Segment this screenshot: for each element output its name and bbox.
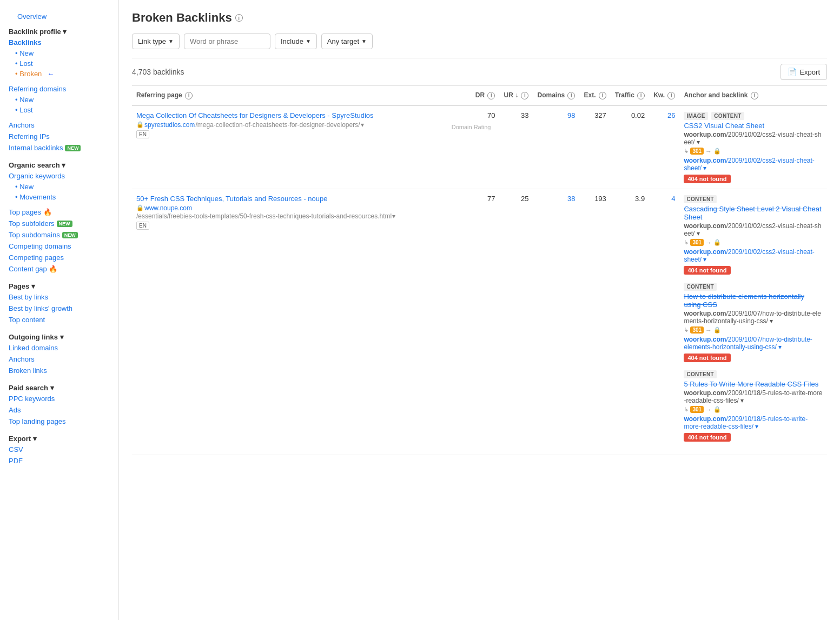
sidebar-item-competing-domains[interactable]: Competing domains — [0, 241, 118, 252]
redirect-url-link[interactable]: woorkup.com/2009/10/18/5-rules-to-write-… — [684, 415, 823, 430]
link-type-filter[interactable]: Link type ▼ — [132, 34, 180, 49]
sidebar-subitem-referring-lost[interactable]: • Lost — [0, 105, 118, 115]
sidebar-item-backlinks[interactable]: Backlinks — [0, 37, 118, 48]
anchor-tags: CONTENT — [684, 370, 823, 378]
traffic-info-icon[interactable]: i — [637, 92, 645, 99]
anchor-entry: CONTENT How to distribute elements horiz… — [684, 282, 823, 362]
col-kw: Kw. i — [649, 86, 679, 105]
sidebar-item-internal-backlinks[interactable]: Internal backlinks NEW — [0, 142, 118, 154]
redirect-url-link[interactable]: woorkup.com/2009/10/07/how-to-distribute… — [684, 336, 823, 351]
referring-page-link[interactable]: Mega Collection Of Cheatsheets for Desig… — [136, 111, 439, 119]
sidebar-item-top-landing-pages[interactable]: Top landing pages — [0, 416, 118, 427]
kw-cell: 26 — [649, 105, 679, 189]
sidebar-item-top-content[interactable]: Top content — [0, 314, 118, 325]
ext-cell: 193 — [579, 189, 610, 455]
col-ur: UR ↓ i — [499, 86, 533, 105]
include-filter[interactable]: Include ▼ — [275, 34, 317, 49]
sidebar-item-top-pages[interactable]: Top pages 🔥 — [0, 206, 118, 218]
sidebar-subitem-referring-new[interactable]: • New — [0, 95, 118, 105]
domains-info-icon[interactable]: i — [567, 92, 575, 99]
sidebar-item-best-by-links[interactable]: Best by links — [0, 291, 118, 303]
sidebar-item-best-by-links-growth[interactable]: Best by links' growth — [0, 303, 118, 314]
title-info-icon[interactable]: i — [235, 14, 243, 22]
any-target-filter[interactable]: Any target ▼ — [321, 34, 373, 49]
tag-content: CONTENT — [684, 283, 716, 291]
new-badge-subfolders: NEW — [57, 221, 72, 227]
sidebar-item-linked-domains[interactable]: Linked domains — [0, 342, 118, 354]
ext-info-icon[interactable]: i — [599, 92, 606, 99]
sidebar-overview[interactable]: Overview — [9, 11, 110, 22]
domain-link[interactable]: www.noupe.com — [144, 204, 192, 212]
kw-cell: 4 — [649, 189, 679, 455]
sidebar-item-ads[interactable]: Ads — [0, 404, 118, 416]
col-ext: Ext. i — [579, 86, 610, 105]
sidebar-item-pdf[interactable]: PDF — [0, 455, 118, 466]
redirect-url-link[interactable]: woorkup.com/2009/10/02/css2-visual-cheat… — [684, 157, 823, 172]
export-button[interactable]: 📄 Export — [781, 64, 827, 80]
sidebar-subitem-backlinks-new[interactable]: • New — [0, 48, 118, 58]
referring-page-link[interactable]: 50+ Fresh CSS Techniques, Tutorials and … — [136, 195, 439, 203]
sidebar-item-referring-domains[interactable]: Referring domains — [0, 83, 118, 95]
referring-page-info-icon[interactable]: i — [185, 92, 193, 99]
ur-cell: 25 — [499, 189, 533, 455]
anchor-cell: IMAGE CONTENT CSS2 Visual Cheat Sheet wo… — [679, 105, 827, 189]
sidebar-heading-paid-search[interactable]: Paid search ▾ — [0, 381, 118, 393]
anchor-title-link[interactable]: How to distribute elements horizontally … — [684, 292, 823, 309]
not-found-badge: 404 not found — [684, 266, 730, 275]
sidebar-subitem-organic-movements[interactable]: • Movements — [0, 192, 118, 202]
not-found-badge: 404 not found — [684, 433, 730, 442]
ext-cell: 327 — [579, 105, 610, 189]
dr-value: 70 — [447, 111, 495, 119]
redirect-line: ↳ 301 → 🔒 woorkup.com/2009/10/02/css2-vi… — [684, 148, 823, 172]
anchor-url: woorkup.com/2009/10/02/css2-visual-cheat… — [684, 131, 823, 146]
sidebar-item-content-gap[interactable]: Content gap 🔥 — [0, 263, 118, 275]
sidebar-heading-pages[interactable]: Pages ▾ — [0, 279, 118, 291]
sidebar-subitem-organic-new[interactable]: • New — [0, 182, 118, 192]
redirect-arrow-icon: ↳ — [684, 148, 689, 155]
redirect-code: 301 — [690, 239, 704, 246]
not-found-badge: 404 not found — [684, 175, 730, 183]
sidebar-item-organic-keywords[interactable]: Organic keywords — [0, 170, 118, 182]
sidebar-heading-organic-search[interactable]: Organic search ▾ — [0, 158, 118, 170]
sidebar-item-csv[interactable]: CSV — [0, 444, 118, 455]
dr-cell: 77 — [443, 189, 500, 455]
sidebar-item-anchors[interactable]: Anchors — [0, 119, 118, 131]
redirect-code: 301 — [690, 326, 704, 334]
sidebar-subitem-backlinks-lost[interactable]: • Lost — [0, 58, 118, 69]
table-row: Mega Collection Of Cheatsheets for Desig… — [132, 105, 827, 189]
domain-link[interactable]: spyrestudios.com — [144, 121, 195, 129]
dropdown-icon[interactable]: ▾ — [361, 121, 364, 129]
dropdown-icon[interactable]: ▾ — [392, 212, 395, 220]
dr-info-icon[interactable]: i — [487, 92, 495, 99]
sidebar-heading-outgoing[interactable]: Outgoing links ▾ — [0, 330, 118, 342]
sidebar-item-top-subdomains[interactable]: Top subdomains NEW — [0, 229, 118, 241]
sidebar-heading-backlink-profile[interactable]: Backlink profile ▾ — [0, 24, 118, 37]
sidebar-item-ppc-keywords[interactable]: PPC keywords — [0, 393, 118, 404]
word-phrase-input[interactable] — [184, 34, 270, 49]
include-caret: ▼ — [306, 38, 311, 44]
anchor-info-icon[interactable]: i — [751, 92, 758, 99]
col-traffic: Traffic i — [611, 86, 649, 105]
link-type-label: Link type — [138, 37, 166, 45]
sidebar-heading-export[interactable]: Export ▾ — [0, 431, 118, 444]
anchor-title-link[interactable]: 5 Rules To Write More Readable CSS Files — [684, 380, 823, 388]
new-badge: NEW — [65, 145, 81, 151]
redirect-code: 301 — [690, 406, 704, 413]
ur-info-icon[interactable]: i — [521, 92, 528, 99]
anchor-title-link[interactable]: Cascading Style Sheet Level 2 Visual Che… — [684, 205, 823, 221]
traffic-cell: 3.9 — [611, 189, 649, 455]
anchor-title-link[interactable]: CSS2 Visual Cheat Sheet — [684, 122, 823, 130]
ur-cell: 33 — [499, 105, 533, 189]
sidebar-item-broken-links[interactable]: Broken links — [0, 365, 118, 376]
sidebar-item-outgoing-anchors[interactable]: Anchors — [0, 354, 118, 365]
redirect-lock-icon: 🔒 — [713, 326, 721, 334]
anchor-url: woorkup.com/2009/10/07/how-to-distribute… — [684, 310, 823, 325]
sidebar-item-referring-ips[interactable]: Referring IPs — [0, 131, 118, 142]
kw-info-icon[interactable]: i — [667, 92, 675, 99]
redirect-url-link[interactable]: woorkup.com/2009/10/02/css2-visual-cheat… — [684, 248, 823, 263]
redirect-line: ↳ 301 → 🔒 woorkup.com/2009/10/18/5-rules… — [684, 406, 823, 430]
sidebar-item-competing-pages[interactable]: Competing pages — [0, 252, 118, 263]
sidebar-subitem-backlinks-broken[interactable]: • Broken ← — [0, 69, 118, 79]
sidebar-item-top-subfolders[interactable]: Top subfolders NEW — [0, 218, 118, 229]
redirect-lock-icon: 🔒 — [713, 148, 721, 155]
